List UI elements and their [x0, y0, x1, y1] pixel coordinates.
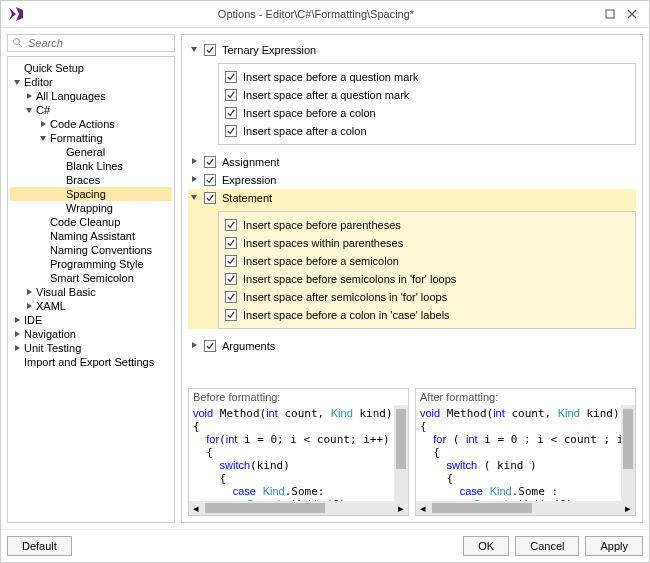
option-row[interactable]: Insert space before a semicolon — [225, 252, 629, 270]
horizontal-scrollbar[interactable]: ◂▸ — [189, 501, 408, 515]
tree-item-quick-setup[interactable]: Quick Setup — [10, 61, 172, 75]
checkbox[interactable] — [204, 174, 216, 186]
tree-item-general[interactable]: General — [10, 145, 172, 159]
group-statement-items: Insert space before parentheses Insert s… — [218, 211, 636, 329]
collapse-icon[interactable] — [12, 77, 22, 87]
before-pane: Before formatting: void Method(int count… — [188, 388, 409, 516]
tree-item-editor[interactable]: Editor — [10, 75, 172, 89]
option-row[interactable]: Insert space after a question mark — [225, 86, 629, 104]
tree-item-navigation[interactable]: Navigation — [10, 327, 172, 341]
collapse-icon[interactable] — [190, 193, 200, 203]
app-logo-icon — [7, 5, 25, 23]
expand-icon[interactable] — [24, 301, 34, 311]
checkbox[interactable] — [225, 89, 237, 101]
maximize-button[interactable] — [599, 5, 621, 23]
expand-icon[interactable] — [12, 329, 22, 339]
ok-button[interactable]: OK — [463, 536, 509, 556]
checkbox[interactable] — [225, 219, 237, 231]
tree-item-naming-conventions[interactable]: Naming Conventions — [10, 243, 172, 257]
apply-button[interactable]: Apply — [585, 536, 643, 556]
checkbox[interactable] — [225, 107, 237, 119]
preview-area: Before formatting: void Method(int count… — [188, 388, 636, 516]
expand-icon[interactable] — [24, 91, 34, 101]
checkbox[interactable] — [225, 309, 237, 321]
tree-item-code-cleanup[interactable]: Code Cleanup — [10, 215, 172, 229]
vertical-scrollbar[interactable] — [621, 405, 635, 501]
expand-icon[interactable] — [12, 315, 22, 325]
expand-icon[interactable] — [190, 175, 200, 185]
tree-item-naming-assistant[interactable]: Naming Assistant — [10, 229, 172, 243]
expand-icon[interactable] — [190, 157, 200, 167]
search-box[interactable] — [7, 34, 175, 52]
tree-item-blank-lines[interactable]: Blank Lines — [10, 159, 172, 173]
group-label: Arguments — [222, 340, 275, 352]
cancel-button[interactable]: Cancel — [515, 536, 579, 556]
group-statement[interactable]: Statement — [188, 189, 636, 207]
tree-item-programming-style[interactable]: Programming Style — [10, 257, 172, 271]
tree-item-smart-semicolon[interactable]: Smart Semicolon — [10, 271, 172, 285]
group-label: Assignment — [222, 156, 279, 168]
tree-item-braces[interactable]: Braces — [10, 173, 172, 187]
checkbox[interactable] — [204, 156, 216, 168]
tree-item-formatting[interactable]: Formatting — [10, 131, 172, 145]
tree-item-ide[interactable]: IDE — [10, 313, 172, 327]
tree-item-unit-testing[interactable]: Unit Testing — [10, 341, 172, 355]
option-row[interactable]: Insert space before semicolons in 'for' … — [225, 270, 629, 288]
checkbox[interactable] — [204, 192, 216, 204]
dialog-footer: Default OK Cancel Apply — [1, 529, 649, 562]
group-ternary-items: Insert space before a question mark Inse… — [218, 63, 636, 145]
expand-icon[interactable] — [38, 119, 48, 129]
expand-icon[interactable] — [190, 341, 200, 351]
collapse-icon[interactable] — [24, 105, 34, 115]
checkbox[interactable] — [225, 125, 237, 137]
group-expression[interactable]: Expression — [188, 171, 636, 189]
tree-item-import-export[interactable]: Import and Export Settings — [10, 355, 172, 369]
tree-item-csharp[interactable]: C# — [10, 103, 172, 117]
close-button[interactable] — [621, 5, 643, 23]
settings-groups: Ternary Expression Insert space before a… — [188, 41, 636, 382]
after-code: void Method(int count, Kind kind) { for … — [416, 405, 635, 501]
search-input[interactable] — [28, 37, 170, 49]
checkbox[interactable] — [204, 44, 216, 56]
vertical-scrollbar[interactable] — [394, 405, 408, 501]
tree-item-spacing[interactable]: Spacing — [10, 187, 172, 201]
checkbox[interactable] — [204, 340, 216, 352]
collapse-icon[interactable] — [190, 45, 200, 55]
after-label: After formatting: — [416, 389, 635, 405]
default-button[interactable]: Default — [7, 536, 72, 556]
group-ternary[interactable]: Ternary Expression — [188, 41, 636, 59]
checkbox[interactable] — [225, 237, 237, 249]
option-row[interactable]: Insert space before parentheses — [225, 216, 629, 234]
expand-icon[interactable] — [12, 343, 22, 353]
after-pane: After formatting: void Method(int count,… — [415, 388, 636, 516]
tree-item-wrapping[interactable]: Wrapping — [10, 201, 172, 215]
group-arguments[interactable]: Arguments — [188, 337, 636, 355]
checkbox[interactable] — [225, 255, 237, 267]
window-title: Options - Editor\C#\Formatting\Spacing* — [33, 8, 599, 20]
tree-item-xaml[interactable]: XAML — [10, 299, 172, 313]
option-row[interactable]: Insert spaces within parentheses — [225, 234, 629, 252]
option-row[interactable]: Insert space before a colon — [225, 104, 629, 122]
option-row[interactable]: Insert space before a question mark — [225, 68, 629, 86]
option-row[interactable]: Insert space before a colon in 'case' la… — [225, 306, 629, 324]
collapse-icon[interactable] — [38, 133, 48, 143]
checkbox[interactable] — [225, 291, 237, 303]
checkbox[interactable] — [225, 273, 237, 285]
before-code: void Method(int count, Kind kind) { for(… — [189, 405, 408, 501]
group-label: Ternary Expression — [222, 44, 316, 56]
options-tree: Quick Setup Editor All Languages C# Code… — [7, 56, 175, 523]
option-row[interactable]: Insert space after a colon — [225, 122, 629, 140]
checkbox[interactable] — [225, 71, 237, 83]
titlebar: Options - Editor\C#\Formatting\Spacing* — [1, 1, 649, 28]
horizontal-scrollbar[interactable]: ◂▸ — [416, 501, 635, 515]
expand-icon[interactable] — [24, 287, 34, 297]
group-label: Expression — [222, 174, 276, 186]
search-icon — [12, 37, 24, 49]
tree-item-all-languages[interactable]: All Languages — [10, 89, 172, 103]
before-label: Before formatting: — [189, 389, 408, 405]
group-assignment[interactable]: Assignment — [188, 153, 636, 171]
svg-point-1 — [14, 39, 20, 45]
option-row[interactable]: Insert space after semicolons in 'for' l… — [225, 288, 629, 306]
tree-item-visual-basic[interactable]: Visual Basic — [10, 285, 172, 299]
tree-item-code-actions[interactable]: Code Actions — [10, 117, 172, 131]
